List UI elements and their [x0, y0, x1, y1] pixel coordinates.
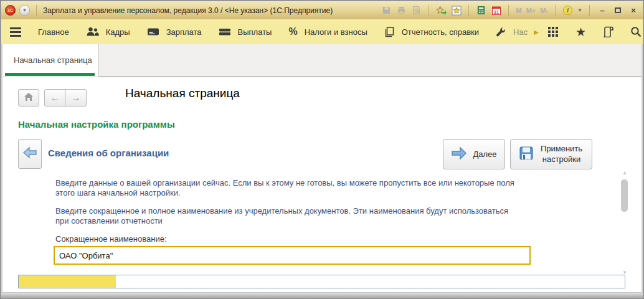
svg-text:i: i	[567, 7, 569, 14]
titlebar-separator	[36, 5, 37, 16]
window-title: Зарплата и управление персоналом, редакц…	[43, 6, 333, 15]
content-area: ← → Начальная страница Начальная настрой…	[2, 77, 642, 293]
titlebar: 1С ▼ Зарплата и управление персоналом, р…	[1, 1, 643, 19]
apply-settings-button[interactable]: Применить настройки	[510, 139, 592, 169]
wrench-icon	[496, 27, 506, 37]
menu-item-otchetnost[interactable]: Отчетность, справки	[384, 27, 479, 37]
menu-label: Главное	[38, 27, 69, 37]
progress-fill	[19, 275, 116, 288]
info-icon[interactable]: i	[562, 5, 573, 16]
menubar-right-tools: ★	[547, 26, 644, 38]
home-button[interactable]	[18, 89, 39, 107]
system-menu-button[interactable]: ▼	[19, 5, 30, 16]
menu-label: Отчетность, справки	[402, 27, 479, 37]
short-name-label: Сокращенное наименование:	[55, 234, 167, 244]
previous-step-button[interactable]	[18, 139, 42, 169]
scrollbar-thumb[interactable]	[621, 179, 628, 212]
titlebar-left: 1С ▼ Зарплата и управление персоналом, р…	[5, 5, 381, 16]
titlebar-separator	[468, 5, 469, 16]
window-frame-right	[642, 44, 643, 292]
percent-icon: %	[288, 26, 297, 37]
people-icon	[86, 27, 99, 37]
menu-item-zarplata[interactable]: Зарплата	[147, 27, 202, 37]
favorites-icon[interactable]	[451, 5, 462, 16]
names-paragraph: Введите сокращенное и полное наименовани…	[55, 206, 518, 225]
setup-progress-bar	[18, 275, 625, 288]
titlebar-separator	[508, 5, 509, 16]
calculator-icon[interactable]	[476, 5, 486, 16]
save-icon[interactable]	[381, 5, 392, 16]
scroll-down-icon[interactable]: ▼	[620, 269, 629, 277]
payroll-card-icon	[147, 27, 159, 37]
window-frame-bottom	[1, 292, 643, 298]
close-button[interactable]: ×	[628, 6, 639, 15]
memory-minus-button[interactable]: M-	[540, 7, 548, 14]
1c-logo-icon: 1С	[5, 5, 16, 16]
forward-button[interactable]: →	[66, 90, 87, 106]
add-favorite-icon[interactable]	[436, 5, 447, 16]
menu-label: Нас	[513, 27, 528, 37]
setup-heading: Начальная настройка программы	[18, 119, 175, 130]
wallet-icon	[219, 27, 231, 37]
history-nav-group: ← →	[44, 89, 87, 107]
titlebar-separator	[589, 5, 590, 16]
memory-plus-button[interactable]: M+	[526, 7, 536, 14]
history-icon[interactable]	[603, 26, 613, 37]
menubar: Главное Кадры Зарплата Выплаты % Налоги …	[1, 19, 643, 44]
info-dropdown-icon[interactable]: ▼	[577, 7, 582, 13]
section-heading: Сведения об организации	[48, 148, 169, 158]
arrow-left-icon	[22, 146, 37, 161]
maximize-button[interactable]	[612, 6, 623, 15]
back-button[interactable]: ←	[45, 90, 65, 106]
menu-item-vyplaty[interactable]: Выплаты	[219, 27, 272, 37]
menu-item-nastroyka[interactable]: Нас	[496, 27, 530, 37]
print-icon[interactable]	[396, 5, 407, 16]
tabbar: Начальная страница	[2, 44, 642, 77]
scroll-up-icon[interactable]: ▲	[620, 169, 629, 177]
hamburger-icon[interactable]	[10, 27, 21, 37]
intro-paragraph: Введите данные о вашей организации сейча…	[55, 178, 518, 197]
apply-button-label: Применить настройки	[539, 144, 584, 164]
menu-item-nalogi[interactable]: % Налоги и взносы	[288, 26, 367, 37]
menu-label: Налоги и взносы	[305, 27, 367, 37]
menu-label: Зарплата	[166, 27, 202, 37]
next-button[interactable]: Далее	[443, 139, 505, 169]
calendar-icon[interactable]: 31	[491, 5, 501, 16]
arrow-right-icon	[451, 146, 467, 162]
active-tab-indicator	[5, 73, 95, 76]
memory-recall-button[interactable]: M	[516, 7, 521, 14]
short-name-input[interactable]	[54, 246, 531, 265]
menu-label: Кадры	[106, 27, 130, 37]
tab-label: Начальная страница	[14, 55, 92, 65]
next-button-label: Далее	[473, 150, 496, 159]
svg-text:31: 31	[494, 9, 499, 14]
save-settings-icon	[519, 146, 534, 163]
app-window: 1С ▼ Зарплата и управление персоналом, р…	[0, 0, 644, 299]
titlebar-separator	[429, 5, 429, 16]
page-title: Начальная страница	[125, 87, 240, 100]
titlebar-separator	[555, 5, 556, 16]
vertical-scrollbar[interactable]: ▲ ▼	[620, 169, 629, 277]
search-icon[interactable]	[630, 26, 642, 37]
menu-overflow-chevron-icon[interactable]: ▶	[534, 29, 539, 36]
home-icon	[24, 92, 33, 103]
tab-nachalnaya-stranitsa[interactable]: Начальная страница	[2, 44, 99, 77]
menu-label: Выплаты	[238, 27, 272, 37]
maximize-icon	[615, 7, 621, 13]
titlebar-toolbar: 31 M M+ M- i ▼ – ×	[381, 5, 639, 16]
menu-item-glavnoe[interactable]: Главное	[38, 27, 69, 37]
print-preview-icon[interactable]	[411, 5, 422, 16]
documents-icon	[384, 27, 395, 37]
favorites-star-icon[interactable]: ★	[575, 26, 586, 38]
apps-grid-icon[interactable]	[547, 26, 559, 37]
menu-item-kadry[interactable]: Кадры	[86, 27, 130, 37]
minimize-button[interactable]: –	[597, 6, 608, 15]
